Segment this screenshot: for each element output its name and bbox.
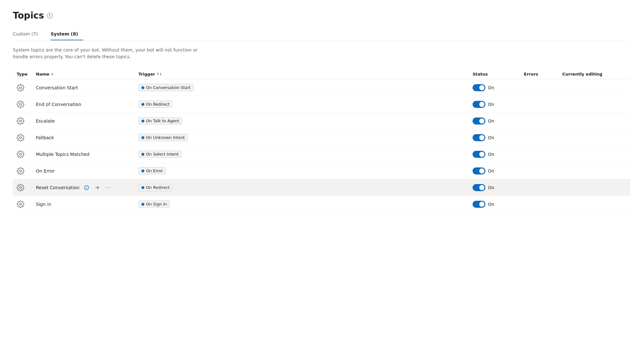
status-cell: On [473,84,524,91]
name-cell: End of Conversation [36,102,138,107]
col-status-label: Status [473,72,488,77]
name-sort-icon: ↓ [51,72,54,76]
page-title: Topics [13,10,44,21]
table-row[interactable]: On Error On Error On [13,163,630,179]
col-type: Type [17,72,36,77]
trigger-badge: On Unknown Intent [138,134,188,141]
status-toggle[interactable] [473,201,485,208]
status-label: On [488,118,494,124]
row-name: Multiple Topics Matched [36,152,89,157]
tab-system[interactable]: System (8) [51,29,83,40]
trigger-cell: On Conversation Start [138,84,473,91]
svg-point-1 [142,86,144,89]
toggle-slider [473,201,485,208]
status-toggle[interactable] [473,151,485,158]
type-cell [17,84,36,92]
trigger-label: On Talk to Agent [146,118,179,123]
trigger-dot-icon [141,203,144,206]
name-cell: Multiple Topics Matched [36,152,138,157]
toggle-slider [473,117,485,125]
status-cell: On [473,134,524,141]
status-toggle[interactable] [473,184,485,191]
trigger-dot-icon [141,169,144,173]
trigger-dot-icon [141,153,144,156]
toggle-slider [473,167,485,174]
trigger-dot-icon [141,103,144,106]
table-row[interactable]: Escalate On Talk to Agent On [13,113,630,129]
status-label: On [488,185,494,190]
svg-point-8 [20,153,21,155]
type-cell [17,167,36,175]
name-cell: Conversation Start [36,85,138,90]
col-editing: Currently editing [562,72,626,77]
gear-icon [17,184,24,191]
svg-point-4 [20,120,21,122]
col-errors: Errors [524,72,562,77]
trigger-dot-icon [141,136,144,139]
table-row[interactable]: End of Conversation On Redirect On [13,96,630,113]
gear-icon [17,84,24,92]
svg-point-7 [142,136,144,139]
status-cell: On [473,101,524,108]
table-row[interactable]: Conversation Start On Conversation Start… [13,79,630,96]
svg-point-5 [142,119,144,122]
type-cell [17,200,36,208]
col-trigger[interactable]: Trigger ↑↓ [138,72,473,77]
name-cell: Fallback [36,135,138,140]
page-container: Topics ℹ Custom (7) System (8) System to… [0,0,643,223]
trigger-dot-icon [141,119,144,123]
status-toggle[interactable] [473,84,485,91]
info-button[interactable] [82,183,91,192]
svg-point-12 [20,187,21,189]
table-row[interactable]: Reset Conversation ⋯ [13,179,630,196]
name-cell: Sign in [36,202,138,207]
status-toggle[interactable] [473,167,485,174]
col-type-label: Type [17,72,28,77]
name-cell: Escalate [36,118,138,124]
table-row[interactable]: Multiple Topics Matched On Select Intent… [13,146,630,163]
row-name: Conversation Start [36,85,78,90]
ellipsis-icon: ⋯ [106,184,111,190]
trigger-label: On Redirect [146,102,169,107]
toggle-slider [473,134,485,141]
gear-icon [17,117,24,125]
svg-point-16 [142,186,144,189]
table-header: Type Name ↓ Trigger ↑↓ Status Errors Cur… [13,69,630,79]
table-row[interactable]: Sign in On Sign In On [13,196,630,213]
status-label: On [488,202,494,207]
trigger-cell: On Redirect [138,184,473,191]
topics-table: Type Name ↓ Trigger ↑↓ Status Errors Cur… [13,69,630,213]
table-row[interactable]: Fallback On Unknown Intent On [13,129,630,146]
trigger-badge: On Redirect [138,101,172,108]
toggle-slider [473,151,485,158]
col-errors-label: Errors [524,72,538,77]
toggle-slider [473,84,485,91]
svg-point-15 [87,186,87,187]
gear-icon [17,150,24,158]
trigger-label: On Conversation Start [146,85,191,90]
status-toggle[interactable] [473,134,485,141]
tabs-bar: Custom (7) System (8) [13,28,630,40]
status-toggle[interactable] [473,101,485,108]
col-name[interactable]: Name ↓ [36,72,138,77]
row-name: Sign in [36,202,51,207]
trigger-badge: On Conversation Start [138,84,194,91]
row-name: Escalate [36,118,55,124]
name-cell: On Error [36,168,138,174]
status-toggle[interactable] [473,117,485,125]
row-actions: ⋯ [82,183,113,192]
col-trigger-label: Trigger [138,72,155,77]
trigger-cell: On Redirect [138,101,473,108]
toggle-slider [473,101,485,108]
toggle-slider [473,184,485,191]
page-info-icon[interactable]: ℹ [47,13,53,19]
page-description: System topics are the core of your bot. … [13,47,205,60]
redirect-icon [95,185,100,190]
redirect-button[interactable] [93,183,102,192]
trigger-badge: On Select Intent [138,150,181,158]
trigger-cell: On Error [138,167,473,174]
tab-custom[interactable]: Custom (7) [13,29,43,40]
more-options-button[interactable]: ⋯ [104,183,113,192]
gear-icon [17,200,24,208]
row-name: On Error [36,168,54,174]
